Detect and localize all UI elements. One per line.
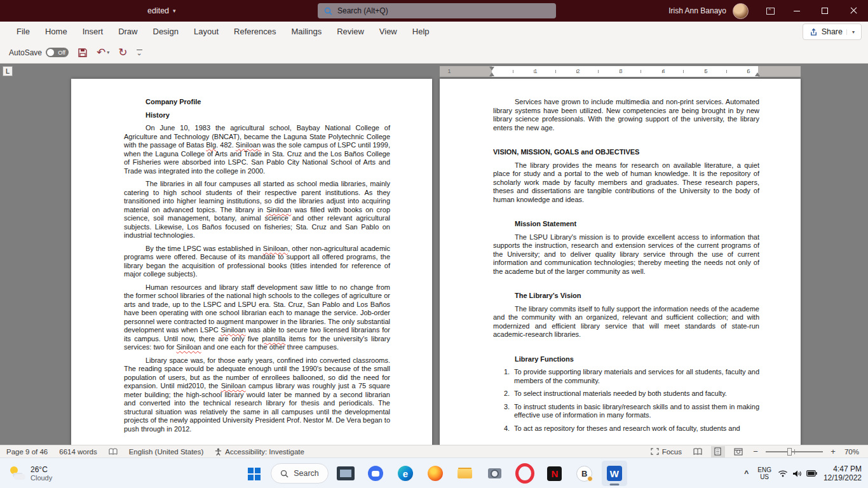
maximize-button[interactable] — [811, 0, 839, 22]
accessibility-status[interactable]: Accessibility: Investigate — [215, 448, 304, 456]
doc-heading: The Library's Vision — [515, 292, 759, 301]
doc-list-item: 2.To select instructional materials need… — [504, 390, 759, 398]
word-icon[interactable] — [602, 461, 627, 486]
doc-heading: VISION, MISSION, GOALS and OBJECTIVES — [493, 148, 759, 157]
browser-b-icon[interactable] — [572, 461, 597, 486]
start-button[interactable] — [241, 461, 266, 486]
doc-paragraph: Library space was, for those early years… — [124, 356, 390, 434]
netflix-icon[interactable] — [542, 461, 567, 486]
tab-layout[interactable]: Layout — [186, 22, 226, 42]
firefox-icon[interactable] — [423, 461, 448, 486]
horizontal-ruler[interactable]: 1123456 — [440, 66, 801, 77]
hidden-icons-chevron[interactable]: ^ — [742, 466, 751, 480]
tab-draw[interactable]: Draw — [111, 22, 145, 42]
file-explorer-icon[interactable] — [452, 461, 478, 486]
doc-paragraph: The library provides the means for resea… — [493, 161, 759, 205]
tab-references[interactable]: References — [226, 22, 283, 42]
page-2[interactable]: Services have grown to include multimedi… — [440, 79, 801, 445]
user-avatar[interactable] — [733, 3, 749, 19]
autosave-label: AutoSave — [9, 48, 42, 57]
share-button[interactable]: Share ▾ — [803, 24, 862, 40]
share-icon — [810, 28, 818, 36]
customize-quick-access-icon[interactable]: ⌄ — [137, 50, 142, 55]
tab-file[interactable]: File — [9, 22, 37, 42]
doc-list-item: 4.To act as repository for theses and re… — [504, 424, 759, 433]
document-title[interactable]: edited ▾ — [147, 0, 176, 22]
ruler-number: 4 — [661, 68, 665, 74]
doc-paragraph: Services have grown to include multimedi… — [493, 98, 759, 132]
page-2-content: Services have grown to include multimedi… — [493, 98, 759, 433]
save-button[interactable] — [78, 48, 88, 58]
zoom-slider-thumb[interactable] — [787, 448, 792, 456]
page-1[interactable]: Company ProfileHistoryOn June 10, 1983 t… — [71, 79, 432, 445]
doc-heading: Company Profile — [146, 98, 390, 107]
language-switcher[interactable]: ENG US — [757, 466, 771, 480]
undo-button[interactable]: ↶▾ — [97, 47, 109, 58]
title-bar: edited ▾ Search (Alt+Q) Irish Ann Banayo — [0, 0, 868, 22]
page-1-content: Company ProfileHistoryOn June 10, 1983 t… — [124, 98, 390, 433]
tab-help[interactable]: Help — [405, 22, 437, 42]
ruler-number: 1 — [534, 68, 537, 74]
focus-button[interactable]: Focus — [651, 448, 682, 456]
tab-review[interactable]: Review — [329, 22, 372, 42]
opera-icon[interactable] — [512, 461, 538, 486]
close-button[interactable] — [839, 0, 868, 22]
search-box[interactable]: Search (Alt+Q) — [318, 3, 556, 18]
first-line-indent-marker[interactable] — [489, 67, 494, 71]
zoom-slider[interactable] — [766, 451, 823, 452]
redo-icon: ↻ — [118, 47, 127, 58]
proofing-icon[interactable] — [109, 448, 118, 456]
page-indicator[interactable]: Page 9 of 46 — [6, 448, 48, 456]
redo-button[interactable]: ↻ — [118, 47, 127, 58]
ruler-ticks — [492, 70, 758, 73]
battery-icon — [806, 470, 817, 477]
user-name[interactable]: Irish Ann Banayo — [668, 6, 726, 15]
tab-design[interactable]: Design — [146, 22, 186, 42]
ribbon-display-options-icon[interactable] — [757, 0, 783, 22]
undo-dropdown-icon[interactable]: ▾ — [107, 50, 109, 55]
zoom-level[interactable]: 70% — [844, 448, 859, 456]
share-label: Share — [822, 27, 843, 36]
ruler-number: 2 — [576, 68, 580, 74]
taskbar: 26°C Cloudy Search ^ ENG US — [0, 458, 868, 488]
task-view-icon[interactable] — [333, 461, 358, 486]
tab-view[interactable]: View — [372, 22, 405, 42]
taskbar-search-label: Search — [294, 469, 319, 478]
doc-list-item: 3.To instruct students in basic library/… — [504, 403, 759, 420]
tab-home[interactable]: Home — [37, 22, 75, 42]
search-icon — [324, 7, 332, 15]
time: 4:47 PM — [833, 464, 862, 473]
camera-icon[interactable] — [482, 461, 508, 486]
tab-selector[interactable]: L — [3, 66, 13, 76]
word-count[interactable]: 6614 words — [59, 448, 97, 456]
clock[interactable]: 4:47 PM 12/19/2022 — [824, 464, 864, 482]
document-canvas: L 1123456 Company ProfileHistoryOn June … — [0, 64, 868, 445]
web-layout-button[interactable] — [731, 446, 745, 458]
language-indicator[interactable]: English (United States) — [129, 448, 204, 456]
share-dropdown-icon[interactable]: ▾ — [846, 29, 855, 35]
status-bar: Page 9 of 46 6614 words English (United … — [0, 445, 868, 458]
autosave-toggle[interactable]: Off — [46, 48, 69, 57]
zoom-out-button[interactable]: − — [752, 447, 759, 456]
left-indent-marker[interactable] — [489, 72, 494, 76]
tab-insert[interactable]: Insert — [75, 22, 111, 42]
doc-heading: Mission Statement — [515, 220, 759, 229]
network-volume-battery[interactable] — [778, 470, 817, 478]
taskbar-search-icon — [280, 470, 288, 478]
taskbar-search[interactable]: Search — [271, 463, 329, 484]
ruler-number: 3 — [619, 68, 622, 74]
read-mode-button[interactable] — [691, 446, 705, 458]
title-dropdown-icon[interactable]: ▾ — [173, 8, 176, 14]
minimize-button[interactable] — [783, 0, 811, 22]
undo-icon: ↶ — [97, 47, 105, 58]
autosave-control[interactable]: AutoSave Off — [9, 48, 69, 57]
zoom-in-button[interactable]: + — [829, 447, 837, 456]
right-indent-marker[interactable] — [755, 72, 760, 76]
doc-heading: Library Functions — [515, 355, 759, 364]
doc-paragraph: The library commits itself to fully supp… — [493, 305, 759, 339]
teams-chat-icon[interactable] — [363, 461, 388, 486]
print-layout-button[interactable] — [711, 446, 725, 458]
wifi-icon — [778, 470, 788, 477]
tab-mailings[interactable]: Mailings — [284, 22, 330, 42]
edge-browser-icon[interactable] — [393, 461, 418, 486]
